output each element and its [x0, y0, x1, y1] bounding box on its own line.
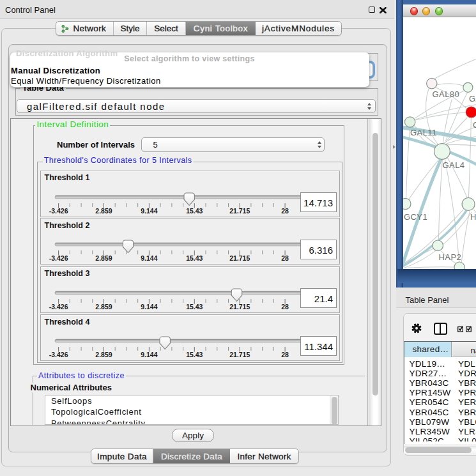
svg-text:GAL4: GAL4: [442, 160, 464, 170]
svg-text:9.144: 9.144: [141, 207, 157, 215]
svg-text:2.859: 2.859: [95, 207, 112, 215]
svg-text:GA: GA: [468, 94, 475, 104]
svg-text:21.715: 21.715: [229, 207, 250, 215]
svg-text:9.144: 9.144: [141, 303, 157, 311]
svg-text:9.144: 9.144: [141, 351, 157, 358]
svg-text:2.859: 2.859: [95, 351, 112, 358]
svg-text:-3.426: -3.426: [49, 351, 68, 358]
svg-text:-3.426: -3.426: [49, 303, 68, 311]
svg-text:28: 28: [281, 351, 289, 358]
svg-text:GAL11: GAL11: [410, 128, 436, 137]
svg-text:15.43: 15.43: [186, 303, 203, 311]
svg-text:15.43: 15.43: [186, 254, 203, 262]
svg-text:2.859: 2.859: [95, 303, 112, 311]
svg-text:C: C: [472, 120, 475, 130]
svg-text:-3.426: -3.426: [49, 254, 68, 262]
svg-text:9.144: 9.144: [141, 254, 157, 262]
svg-text:H: H: [470, 212, 475, 222]
svg-text:28: 28: [281, 254, 289, 262]
svg-text:21.715: 21.715: [229, 351, 250, 358]
svg-text:15.43: 15.43: [186, 207, 203, 215]
svg-text:21.715: 21.715: [229, 303, 250, 311]
svg-text:HAP2: HAP2: [438, 252, 461, 262]
svg-text:GCY1: GCY1: [403, 212, 427, 222]
svg-text:-3.426: -3.426: [49, 207, 68, 215]
svg-text:28: 28: [281, 303, 289, 311]
svg-text:28: 28: [281, 207, 289, 215]
svg-text:15.43: 15.43: [186, 351, 203, 358]
svg-text:GAL80: GAL80: [432, 89, 459, 99]
svg-text:2.859: 2.859: [95, 254, 112, 262]
svg-text:21.715: 21.715: [229, 254, 250, 262]
